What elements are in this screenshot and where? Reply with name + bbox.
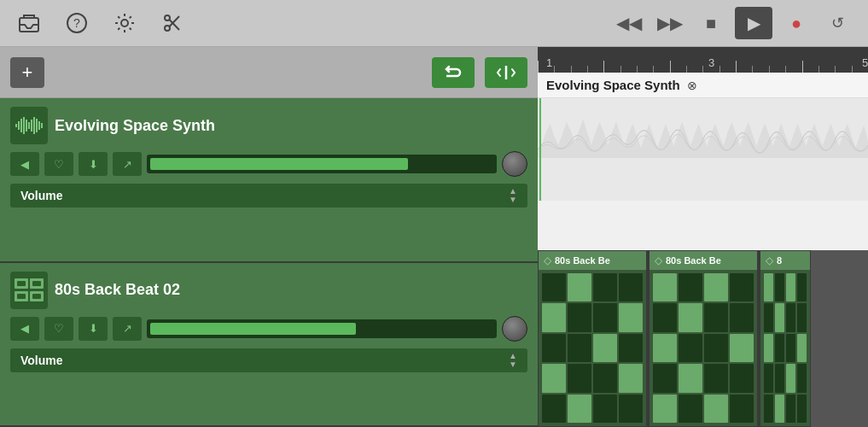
skip-button[interactable]: ↺ bbox=[820, 8, 854, 38]
timeline-panel: 1 3 5 bbox=[538, 47, 868, 427]
svg-rect-19 bbox=[41, 123, 43, 128]
track2-controls: ◀ ♡ ⬇ ↗ bbox=[10, 316, 527, 342]
track1-bottom: Volume ▲ ▼ bbox=[10, 184, 527, 208]
svg-rect-25 bbox=[32, 281, 41, 286]
tick bbox=[736, 61, 752, 73]
inbox-icon[interactable] bbox=[14, 8, 44, 38]
track1-record-button[interactable]: ⬇ bbox=[79, 152, 108, 176]
track1-volume-slider[interactable] bbox=[147, 155, 497, 173]
drum-clip-3-label: 8 bbox=[777, 255, 782, 266]
drum-clip-2-label: 80s Back Be bbox=[666, 255, 721, 266]
waveform-header: Evolving Space Synth ⊗ bbox=[538, 73, 868, 98]
tick bbox=[835, 66, 851, 73]
tracks-header: + bbox=[0, 47, 538, 98]
tick bbox=[802, 61, 818, 73]
waveform-title: Evolving Space Synth bbox=[546, 78, 680, 92]
diamond-icon-3: ◇ bbox=[766, 254, 773, 266]
drum-clip-1-label: 80s Back Be bbox=[555, 255, 610, 266]
tick bbox=[785, 66, 801, 73]
drum-clip-2[interactable]: ◇ 80s Back Be bbox=[649, 250, 758, 428]
track2-record-button[interactable]: ⬇ bbox=[79, 317, 108, 341]
play-button[interactable]: ▶ bbox=[735, 7, 772, 39]
record-button[interactable]: ● bbox=[779, 8, 813, 38]
svg-rect-26 bbox=[17, 294, 26, 299]
loop-toggle-button[interactable] bbox=[432, 57, 475, 88]
track1-volume-label[interactable]: Volume ▲ ▼ bbox=[10, 184, 527, 208]
track2-row: 80s Back Beat 02 ◀ ♡ ⬇ ↗ Volume ▲ ▼ bbox=[0, 263, 538, 428]
svg-rect-15 bbox=[31, 120, 32, 132]
track2-bottom: Volume ▲ ▼ bbox=[10, 348, 527, 372]
help-icon[interactable]: ? bbox=[61, 8, 92, 38]
drum-clip-2-header: ◇ 80s Back Be bbox=[650, 251, 757, 270]
track2-icon bbox=[10, 272, 48, 309]
tick bbox=[620, 66, 637, 73]
tick bbox=[719, 66, 736, 73]
track1-solo-button[interactable]: ♡ bbox=[44, 152, 73, 176]
svg-rect-9 bbox=[15, 124, 17, 127]
add-track-button[interactable]: + bbox=[10, 57, 44, 88]
tick bbox=[670, 61, 686, 73]
track2-solo-button[interactable]: ♡ bbox=[44, 317, 73, 341]
waveform-svg bbox=[538, 98, 868, 201]
waveform-display[interactable] bbox=[538, 98, 868, 201]
drum-clip-3[interactable]: ◇ 8 bbox=[760, 250, 811, 428]
track2-volume-label[interactable]: Volume ▲ ▼ bbox=[10, 348, 527, 372]
scissors-icon[interactable] bbox=[157, 8, 188, 38]
svg-rect-11 bbox=[20, 119, 22, 132]
drum-track: ◇ 80s Back Be bbox=[538, 250, 868, 428]
track1-pan-knob[interactable] bbox=[502, 151, 527, 177]
tick bbox=[603, 61, 620, 73]
track1-icon bbox=[10, 107, 48, 144]
split-button[interactable] bbox=[485, 57, 527, 88]
track2-edit-button[interactable]: ↗ bbox=[113, 317, 142, 341]
tick bbox=[587, 66, 603, 73]
svg-rect-27 bbox=[32, 294, 41, 299]
rewind-button[interactable]: ◀◀ bbox=[612, 8, 646, 38]
tick bbox=[852, 66, 868, 73]
tick bbox=[702, 66, 719, 73]
tick bbox=[752, 66, 768, 73]
svg-rect-14 bbox=[28, 122, 30, 129]
track1-name: Evolving Space Synth bbox=[55, 117, 527, 135]
tick bbox=[637, 66, 653, 73]
track1-top: Evolving Space Synth bbox=[10, 107, 527, 144]
toolbar-left: ? bbox=[14, 8, 595, 38]
diamond-icon: ◇ bbox=[544, 254, 551, 266]
toolbar: ? ◀◀ ▶▶ ■ ▶ ● ↺ bbox=[0, 0, 868, 47]
svg-rect-13 bbox=[26, 120, 27, 132]
track1-edit-button[interactable]: ↗ bbox=[113, 152, 142, 176]
waveform-track: Evolving Space Synth ⊗ bbox=[538, 73, 868, 250]
drum-clip-3-header: ◇ 8 bbox=[760, 251, 810, 270]
track1-volume-arrows[interactable]: ▲ ▼ bbox=[509, 187, 517, 204]
tick bbox=[538, 61, 554, 73]
tick bbox=[554, 66, 570, 73]
drum-clip-1-header: ◇ 80s Back Be bbox=[539, 251, 646, 270]
tracks-panel: + bbox=[0, 47, 538, 427]
track2-pan-knob[interactable] bbox=[502, 316, 527, 342]
svg-point-4 bbox=[165, 15, 170, 20]
track1-controls: ◀ ♡ ⬇ ↗ bbox=[10, 151, 527, 177]
svg-rect-10 bbox=[18, 121, 20, 130]
svg-rect-12 bbox=[23, 117, 25, 134]
svg-rect-24 bbox=[17, 281, 26, 286]
svg-point-5 bbox=[165, 26, 170, 31]
tick bbox=[769, 66, 785, 73]
track2-volume-slider[interactable] bbox=[147, 319, 497, 338]
timeline-ruler: 1 3 5 bbox=[538, 47, 868, 73]
tick bbox=[653, 66, 669, 73]
fast-forward-button[interactable]: ▶▶ bbox=[653, 8, 687, 38]
track2-name: 80s Back Beat 02 bbox=[55, 281, 527, 299]
settings-icon[interactable] bbox=[109, 8, 140, 38]
track2-top: 80s Back Beat 02 bbox=[10, 272, 527, 309]
track1-mute-button[interactable]: ◀ bbox=[10, 152, 39, 176]
track2-volume-arrows[interactable]: ▲ ▼ bbox=[509, 352, 517, 369]
drum-clips-row: ◇ 80s Back Be bbox=[538, 250, 868, 428]
track2-mute-button[interactable]: ◀ bbox=[10, 317, 39, 341]
svg-point-3 bbox=[121, 20, 128, 26]
tick bbox=[686, 66, 702, 73]
svg-rect-17 bbox=[36, 119, 38, 132]
drum-clip-1[interactable]: ◇ 80s Back Be bbox=[538, 250, 647, 428]
stop-button[interactable]: ■ bbox=[694, 8, 728, 38]
toolbar-center: ◀◀ ▶▶ ■ ▶ ● ↺ bbox=[612, 7, 854, 39]
tick bbox=[818, 66, 835, 73]
